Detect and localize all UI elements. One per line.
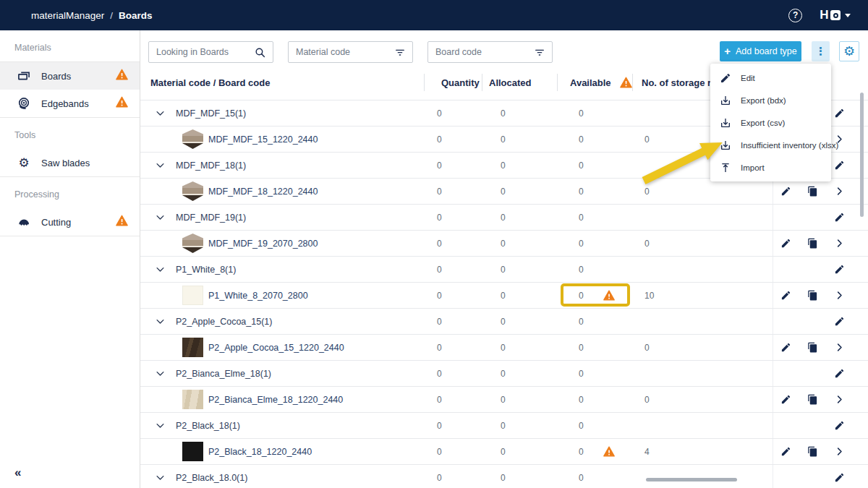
sidebar-item-cutting[interactable]: Cutting [0,208,140,236]
horizontal-scrollbar[interactable] [646,478,737,481]
breadcrumb-separator: / [110,10,113,21]
sidebar-item-saw-blades[interactable]: ⚙ Saw blades [0,149,140,176]
sidebar-item-label: Cutting [41,217,71,228]
expand-chevron-icon[interactable] [155,368,166,379]
quantity-cell: 0 [424,179,482,204]
edit-button[interactable] [834,212,845,223]
vertical-scrollbar[interactable] [860,93,864,217]
copy-button[interactable] [807,238,818,249]
expand-chevron-icon[interactable] [155,472,166,483]
edit-button[interactable] [780,238,791,249]
expand-chevron-icon[interactable] [155,212,166,223]
edit-button[interactable] [780,446,791,457]
open-row-button[interactable] [834,394,845,405]
edit-button[interactable] [834,160,845,171]
allocated-value: 0 [501,447,506,457]
allocated-cell: 0 [482,283,557,308]
quantity-value: 0 [437,291,442,301]
menu-item-export-bdx[interactable]: Export (bdx) [710,89,831,111]
help-icon[interactable]: ? [788,9,802,22]
add-board-type-button[interactable]: + Add board type [720,41,801,61]
copy-button[interactable] [807,342,818,353]
board-code-link[interactable]: MDF_MDF_15_1220_2440 [208,134,318,145]
menu-item-import[interactable]: Import [710,156,831,179]
warning-icon [603,290,615,301]
chevron-down-icon [845,14,851,17]
available-cell: 0 [557,309,632,334]
account-logo-menu[interactable]: H [820,8,851,22]
quantity-value: 0 [437,447,442,457]
material-code-label: P1_White_8(1) [176,265,236,275]
edit-button[interactable] [780,342,791,353]
available-cell: 0 [557,413,632,438]
quantity-value: 0 [437,187,442,197]
available-value: 0 [579,291,584,301]
edit-button[interactable] [834,264,845,275]
available-value: 0 [579,421,584,431]
more-actions-button[interactable]: ⋮ [812,41,830,61]
menu-item-export-csv[interactable]: Export (csv) [710,111,831,134]
quantity-cell: 0 [424,127,482,152]
table-row: P2_Bianca_Elme_18(1)000 [140,361,868,387]
open-row-button[interactable] [834,238,845,249]
edit-button[interactable] [780,186,791,197]
allocated-value: 0 [501,473,506,483]
storage-cell [632,361,773,386]
allocated-cell: 0 [482,153,557,178]
board-code-link[interactable]: P1_White_8_2070_2800 [208,291,308,301]
collapse-sidebar-button[interactable]: « [14,466,20,480]
open-row-button[interactable] [834,186,845,197]
logo-ring-icon [830,10,841,20]
board-code-link[interactable]: P2_Black_18_1220_2440 [208,447,312,457]
open-row-button[interactable] [834,446,845,457]
board-thumbnail [182,129,203,149]
storage-cell [632,309,773,334]
board-code-link[interactable]: MDF_MDF_18_1220_2440 [208,187,318,197]
app-title[interactable]: materialManager [31,10,104,21]
copy-button[interactable] [807,394,818,405]
board-code-link[interactable]: P2_Apple_Cocoa_15_1220_2440 [208,343,344,353]
allocated-cell: 0 [482,309,557,334]
copy-button[interactable] [807,290,818,301]
settings-button[interactable]: ⚙ [839,41,859,61]
expand-chevron-icon[interactable] [155,316,166,327]
board-code-link[interactable]: MDF_MDF_19_2070_2800 [208,239,318,249]
search-input[interactable] [149,42,254,62]
board-code-input[interactable] [428,42,534,62]
edit-button[interactable] [834,316,845,327]
download-icon [720,140,731,151]
storage-count-value: 10 [644,291,654,301]
edit-button[interactable] [780,290,791,301]
plus-icon: + [724,45,731,57]
board-thumbnail [182,181,203,201]
allocated-value: 0 [501,317,506,327]
warning-icon [603,446,615,457]
available-cell: 0 [557,465,632,488]
board-code-link[interactable]: P2_Bianca_Elme_18_1220_2440 [208,395,343,405]
open-row-button[interactable] [834,290,845,301]
row-actions-cell [773,309,868,334]
board-thumbnail [182,390,203,409]
edit-button[interactable] [834,472,845,483]
sidebar-item-edgebands[interactable]: Edgebands [0,90,140,117]
edit-button[interactable] [780,394,791,405]
expand-chevron-icon[interactable] [155,420,166,431]
copy-button[interactable] [807,186,818,197]
edit-button[interactable] [834,368,845,379]
expand-chevron-icon[interactable] [155,108,166,119]
edit-button[interactable] [834,108,845,119]
quantity-cell: 0 [424,231,482,256]
filter-icon [394,46,406,58]
material-code-input[interactable] [289,42,394,62]
edit-button[interactable] [834,420,845,431]
menu-item-insufficient-inventory-xlsx[interactable]: Insufficient inventory (xlsx) [710,134,831,156]
available-cell: 0 [557,335,632,360]
available-value: 0 [579,187,584,197]
expand-chevron-icon[interactable] [155,264,166,275]
expand-chevron-icon[interactable] [155,160,166,171]
copy-button[interactable] [807,446,818,457]
quantity-cell: 0 [424,387,482,412]
menu-item-edit[interactable]: Edit [710,67,831,89]
sidebar-item-boards[interactable]: Boards [0,62,140,90]
open-row-button[interactable] [834,342,845,353]
